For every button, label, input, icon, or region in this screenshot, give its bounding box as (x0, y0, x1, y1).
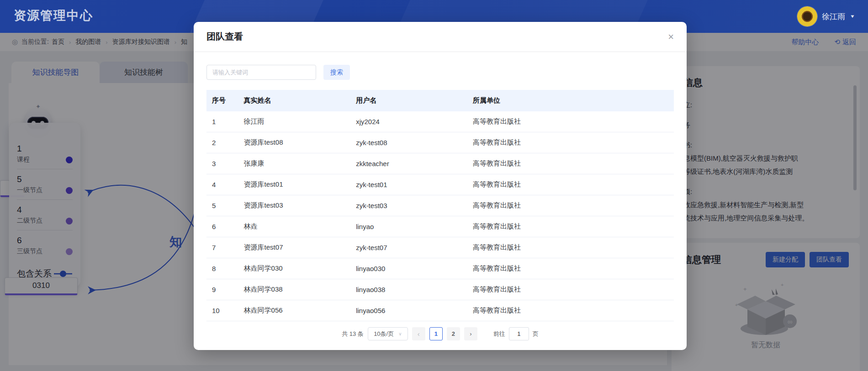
chevron-down-icon: ▼ (850, 14, 855, 19)
table-cell: 林垚同学030 (239, 258, 352, 279)
table-row: 1徐江雨xjy2024高等教育出版社 (206, 111, 674, 132)
user-avatar[interactable] (797, 6, 817, 26)
table-row: 2资源库test08zyk-test08高等教育出版社 (206, 132, 674, 153)
table-header-cell: 所属单位 (468, 90, 674, 111)
team-view-dialog: 团队查看 × 搜索 序号真实姓名用户名所属单位 1徐江雨xjy2024高等教育出… (194, 22, 687, 350)
dialog-title: 团队查看 (206, 31, 243, 43)
table-cell: 5 (206, 195, 239, 216)
team-table: 序号真实姓名用户名所属单位 1徐江雨xjy2024高等教育出版社2资源库test… (206, 90, 674, 321)
search-button[interactable]: 搜索 (323, 65, 350, 80)
table-cell: 林垚同学038 (239, 279, 352, 300)
page-size-select[interactable]: 10条/页 ∨ (368, 327, 408, 340)
table-cell: 2 (206, 132, 239, 153)
table-cell: 资源库test07 (239, 237, 352, 258)
table-row: 9林垚同学038linyao038高等教育出版社 (206, 279, 674, 300)
keyword-search-input[interactable] (206, 65, 316, 80)
table-cell: 张康康 (239, 153, 352, 174)
table-cell: linyao056 (351, 300, 468, 321)
user-menu[interactable]: 徐江雨 ▼ (797, 6, 855, 26)
goto-suffix: 页 (533, 330, 539, 338)
table-cell: xjy2024 (351, 111, 468, 132)
table-cell: zkkteacher (351, 153, 468, 174)
table-cell: 资源库test01 (239, 174, 352, 195)
table-cell: 高等教育出版社 (468, 195, 674, 216)
table-header-cell: 用户名 (351, 90, 468, 111)
table-cell: linyao030 (351, 258, 468, 279)
table-cell: 资源库test08 (239, 132, 352, 153)
table-row: 10林垚同学056linyao056高等教育出版社 (206, 300, 674, 321)
pagination: 共 13 条 10条/页 ∨ ‹ 12 › 前往 页 (206, 327, 674, 340)
table-cell: 9 (206, 279, 239, 300)
table-cell: 高等教育出版社 (468, 111, 674, 132)
user-name: 徐江雨 (822, 11, 845, 22)
table-cell: 3 (206, 153, 239, 174)
table-cell: 8 (206, 258, 239, 279)
page-button-1[interactable]: 1 (429, 327, 443, 340)
table-cell: 高等教育出版社 (468, 237, 674, 258)
chevron-down-icon: ∨ (398, 331, 402, 336)
close-icon[interactable]: × (668, 32, 674, 42)
next-page-button[interactable]: › (464, 327, 477, 340)
table-cell: 高等教育出版社 (468, 258, 674, 279)
table-cell: 林垚 (239, 216, 352, 237)
table-cell: 6 (206, 216, 239, 237)
prev-page-button[interactable]: ‹ (412, 327, 425, 340)
table-cell: linyao038 (351, 279, 468, 300)
table-cell: zyk-test08 (351, 132, 468, 153)
table-header-cell: 真实姓名 (239, 90, 352, 111)
table-row: 3张康康zkkteacher高等教育出版社 (206, 153, 674, 174)
table-cell: 1 (206, 111, 239, 132)
goto-page-input[interactable] (509, 327, 529, 340)
table-cell: 高等教育出版社 (468, 132, 674, 153)
app-title: 资源管理中心 (14, 7, 93, 24)
table-row: 6林垚linyao高等教育出版社 (206, 216, 674, 237)
table-cell: 高等教育出版社 (468, 279, 674, 300)
table-cell: linyao (351, 216, 468, 237)
table-row: 8林垚同学030linyao030高等教育出版社 (206, 258, 674, 279)
table-cell: 10 (206, 300, 239, 321)
table-cell: 高等教育出版社 (468, 153, 674, 174)
table-row: 5资源库test03zyk-test03高等教育出版社 (206, 195, 674, 216)
table-row: 4资源库test01zyk-test01高等教育出版社 (206, 174, 674, 195)
table-cell: 林垚同学056 (239, 300, 352, 321)
table-cell: zyk-test07 (351, 237, 468, 258)
table-cell: 徐江雨 (239, 111, 352, 132)
table-cell: 4 (206, 174, 239, 195)
table-cell: 高等教育出版社 (468, 300, 674, 321)
table-cell: 7 (206, 237, 239, 258)
table-cell: 高等教育出版社 (468, 174, 674, 195)
table-header-cell: 序号 (206, 90, 239, 111)
pagination-total: 共 13 条 (342, 330, 364, 338)
goto-label: 前往 (493, 330, 505, 338)
table-row: 7资源库test07zyk-test07高等教育出版社 (206, 237, 674, 258)
table-cell: 资源库test03 (239, 195, 352, 216)
table-cell: zyk-test01 (351, 174, 468, 195)
table-cell: 高等教育出版社 (468, 216, 674, 237)
page-button-2[interactable]: 2 (447, 327, 460, 340)
table-cell: zyk-test03 (351, 195, 468, 216)
